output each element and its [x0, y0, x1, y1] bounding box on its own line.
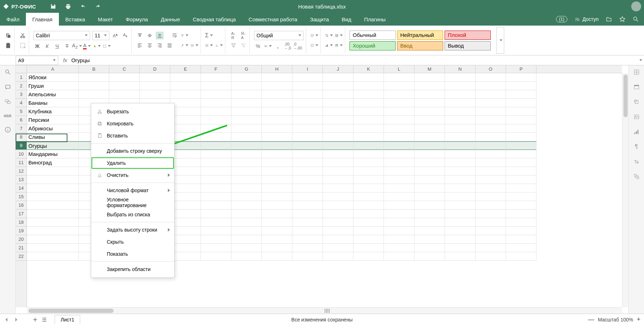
- cell-I19[interactable]: [292, 227, 323, 235]
- comma-style-icon[interactable]: ,: [274, 42, 282, 50]
- cell-I13[interactable]: [292, 175, 323, 184]
- cell-G7[interactable]: [231, 124, 262, 133]
- row-header-20[interactable]: 20: [16, 235, 27, 244]
- cell-H3[interactable]: [262, 90, 292, 99]
- col-header-H[interactable]: H: [262, 65, 292, 73]
- cell-E10[interactable]: [170, 150, 201, 158]
- search-top-icon[interactable]: [633, 16, 639, 22]
- cell-H9[interactable]: [262, 141, 292, 150]
- row-header-22[interactable]: 22: [16, 252, 27, 261]
- cell-K11[interactable]: [353, 158, 384, 167]
- cell-M6[interactable]: [414, 116, 445, 124]
- cell-D1[interactable]: [140, 73, 170, 82]
- cell-N17[interactable]: [445, 210, 475, 218]
- cell-I18[interactable]: [292, 218, 323, 227]
- sort-asc-icon[interactable]: А↓Я: [230, 32, 237, 39]
- cell-F17[interactable]: [201, 210, 231, 218]
- cell-A19[interactable]: [27, 227, 79, 235]
- cell-A21[interactable]: [27, 244, 79, 252]
- cell-N16[interactable]: [445, 201, 475, 210]
- cell-H22[interactable]: [262, 252, 292, 261]
- cell-F5[interactable]: [201, 107, 231, 116]
- cell-J15[interactable]: [323, 193, 353, 201]
- cell-A10[interactable]: Мандарины: [27, 150, 79, 158]
- cell-H19[interactable]: [262, 227, 292, 235]
- row-header-6[interactable]: 6: [16, 116, 27, 124]
- cell-C2[interactable]: [109, 82, 140, 90]
- cell-K18[interactable]: [353, 218, 384, 227]
- cell-settings-icon[interactable]: [633, 69, 640, 75]
- cell-K19[interactable]: [353, 227, 384, 235]
- col-header-J[interactable]: J: [323, 65, 353, 73]
- row-headers[interactable]: 12345678910111213141516171819202122: [16, 73, 27, 307]
- cell-G20[interactable]: [231, 235, 262, 244]
- cell-L2[interactable]: [384, 82, 414, 90]
- cell-H18[interactable]: [262, 218, 292, 227]
- cell-P8[interactable]: [506, 133, 536, 141]
- cell-N10[interactable]: [445, 150, 475, 158]
- cell-J16[interactable]: [323, 201, 353, 210]
- cell-K15[interactable]: [353, 193, 384, 201]
- cell-A18[interactable]: [27, 218, 79, 227]
- cell-A22[interactable]: [27, 252, 79, 261]
- cell-P20[interactable]: [506, 235, 536, 244]
- cell-L6[interactable]: [384, 116, 414, 124]
- cell-G5[interactable]: [231, 107, 262, 116]
- cell-A6[interactable]: Персики: [27, 116, 79, 124]
- cell-P18[interactable]: [506, 218, 536, 227]
- cell-K4[interactable]: [353, 99, 384, 107]
- cell-N1[interactable]: [445, 73, 475, 82]
- style-input[interactable]: Ввод: [397, 41, 443, 50]
- style-good[interactable]: Хороший: [349, 41, 396, 50]
- cell-G3[interactable]: [231, 90, 262, 99]
- row-header-21[interactable]: 21: [16, 244, 27, 252]
- cell-C3[interactable]: [109, 90, 140, 99]
- increase-font-icon[interactable]: A▴: [111, 32, 119, 39]
- cell-O9[interactable]: [475, 141, 506, 150]
- cell-H12[interactable]: [262, 167, 292, 175]
- ctx-cond-format[interactable]: Условное форматирование: [91, 196, 174, 208]
- zoom-out-button[interactable]: —: [588, 316, 594, 323]
- cell-H16[interactable]: [262, 201, 292, 210]
- cell-J12[interactable]: [323, 167, 353, 175]
- cell-P21[interactable]: [506, 244, 536, 252]
- ctx-freeze[interactable]: Закрепить области: [91, 263, 174, 275]
- cell-A4[interactable]: Бананы: [27, 99, 79, 107]
- ctx-paste[interactable]: Вставить: [91, 130, 174, 142]
- cell-O7[interactable]: [475, 124, 506, 133]
- cell-I22[interactable]: [292, 252, 323, 261]
- chat-icon[interactable]: [5, 99, 11, 105]
- cell-F10[interactable]: [201, 150, 231, 158]
- cell-J5[interactable]: [323, 107, 353, 116]
- style-normal[interactable]: Обычный: [349, 31, 396, 40]
- notification-badge[interactable]: (1): [556, 16, 568, 22]
- sheet-prev-icon[interactable]: [4, 316, 10, 323]
- cell-K7[interactable]: [353, 124, 384, 133]
- cell-I15[interactable]: [292, 193, 323, 201]
- col-header-C[interactable]: C: [109, 65, 140, 73]
- ctx-clear[interactable]: Очистить: [91, 169, 174, 181]
- cell-H2[interactable]: [262, 82, 292, 90]
- styles-expand-button[interactable]: [496, 27, 504, 54]
- cell-G2[interactable]: [231, 82, 262, 90]
- cell-P22[interactable]: [506, 252, 536, 261]
- cell-G13[interactable]: [231, 175, 262, 184]
- spellcheck-icon[interactable]: АБВ: [4, 114, 12, 118]
- menu-защита[interactable]: Защита: [304, 13, 335, 26]
- cell-K5[interactable]: [353, 107, 384, 116]
- sort-desc-icon[interactable]: Я↓А: [240, 32, 247, 39]
- col-header-N[interactable]: N: [445, 65, 475, 73]
- cell-A16[interactable]: [27, 201, 79, 210]
- cell-E11[interactable]: [170, 158, 201, 167]
- sheet-tab[interactable]: Лист1: [55, 315, 80, 324]
- merge-cells-icon[interactable]: [191, 42, 198, 49]
- sheet-list-icon[interactable]: [41, 316, 48, 323]
- cell-H13[interactable]: [262, 175, 292, 184]
- cell-M17[interactable]: [414, 210, 445, 218]
- menu-вид[interactable]: Вид: [335, 13, 358, 26]
- cell-F14[interactable]: [201, 184, 231, 193]
- cell-F12[interactable]: [201, 167, 231, 175]
- cell-I5[interactable]: [292, 107, 323, 116]
- cell-F6[interactable]: [201, 116, 231, 124]
- cell-L17[interactable]: [384, 210, 414, 218]
